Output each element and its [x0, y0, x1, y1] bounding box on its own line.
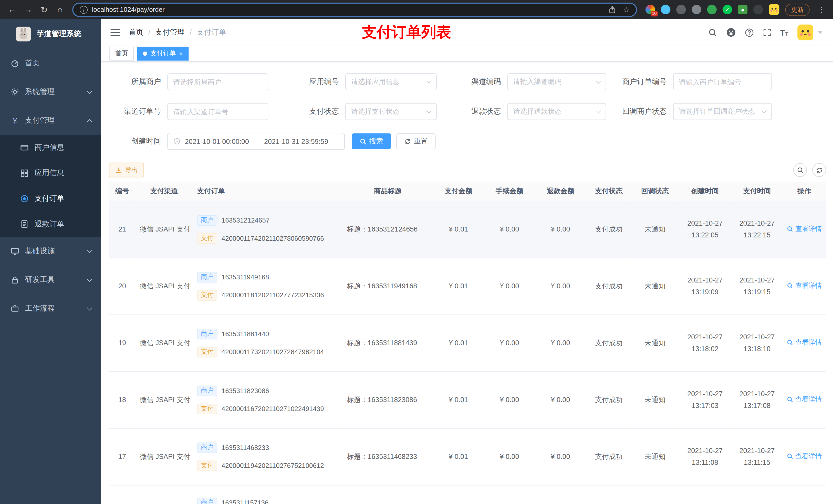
- hamburger-icon[interactable]: [111, 29, 120, 36]
- cell-refund-amount: ¥ 0.00: [535, 258, 586, 314]
- toggle-search-button[interactable]: [793, 163, 807, 177]
- cell-id: 18: [109, 371, 136, 428]
- merchant-input[interactable]: [167, 73, 268, 90]
- sidebar-item-infrastructure[interactable]: 基础设施: [0, 237, 101, 266]
- cell-pay-status: 支付成功: [586, 258, 632, 314]
- col-pay-time: 支付时间: [732, 182, 783, 201]
- sidebar-item-label: 基础设施: [25, 246, 54, 256]
- extension-icon[interactable]: [707, 5, 716, 14]
- merchant-order-no-input[interactable]: [673, 73, 772, 90]
- chevron-down-icon: [596, 78, 601, 83]
- sidebar-item-dev-tools[interactable]: 研发工具: [0, 266, 101, 294]
- sidebar-item-workflow[interactable]: 工作流程: [0, 294, 101, 323]
- cell-pay-amount: ¥ 0.01: [433, 428, 484, 485]
- filter-label: 退款状态: [449, 107, 507, 116]
- sidebar-item-system[interactable]: 系统管理: [0, 78, 101, 106]
- view-detail-link[interactable]: 查看详情: [787, 224, 822, 234]
- sidebar-item-home[interactable]: 首页: [0, 49, 101, 78]
- view-detail-link[interactable]: 查看详情: [787, 395, 822, 404]
- extension-icon[interactable]: 10: [645, 5, 655, 14]
- search-icon: [787, 340, 793, 346]
- reload-icon[interactable]: ↻: [37, 3, 51, 16]
- cell-id: 19: [109, 314, 136, 371]
- share-icon[interactable]: [609, 6, 617, 14]
- cell-pay-time: 2021-10-2713:19:15: [732, 258, 783, 314]
- sidebar-item-label: 首页: [25, 58, 40, 68]
- pay-tag: 支付: [197, 403, 217, 414]
- caret-down-icon[interactable]: [818, 31, 823, 33]
- extension-icon[interactable]: [661, 5, 670, 14]
- tags-view-bar: 首页 支付订单 ×: [101, 46, 833, 62]
- col-notify-status: 回调状态: [632, 182, 679, 201]
- tab-home[interactable]: 首页: [110, 46, 134, 60]
- home-icon[interactable]: ⌂: [53, 3, 67, 16]
- tab-pay-order[interactable]: 支付订单 ×: [137, 46, 189, 60]
- extension-icon[interactable]: ●: [738, 5, 747, 14]
- payment-submenu: 商户信息 应用信息 支付订单 退款订单: [0, 135, 101, 237]
- col-pay-amount: 支付金额: [433, 182, 484, 201]
- search-button[interactable]: 搜索: [352, 134, 391, 149]
- cell-pay-time: 2021-10-2713:22:15: [732, 201, 783, 258]
- briefcase-icon: [10, 304, 19, 313]
- app-logo: [16, 27, 31, 42]
- github-icon[interactable]: [726, 28, 736, 37]
- export-button[interactable]: 导出: [109, 163, 144, 177]
- cell-pay-amount: ¥ 0.01: [433, 201, 484, 258]
- sidebar-item-merchant-info[interactable]: 商户信息: [0, 135, 101, 161]
- breadcrumb-payment[interactable]: 支付管理: [155, 28, 185, 37]
- browser-menu-icon[interactable]: ⋮: [815, 5, 828, 14]
- user-avatar[interactable]: [798, 24, 813, 40]
- refresh-table-button[interactable]: [812, 163, 826, 177]
- extension-icon[interactable]: [753, 5, 763, 14]
- table-row: 17 微信 JSAPI 支付 商户1635311468233 支付4200001…: [109, 428, 826, 485]
- breadcrumb-home[interactable]: 首页: [128, 28, 143, 37]
- sidebar-item-app-info[interactable]: 应用信息: [0, 160, 101, 186]
- sidebar-item-label: 支付管理: [25, 116, 54, 125]
- col-pay-status: 支付状态: [586, 182, 632, 201]
- browser-update-button[interactable]: 更新: [785, 3, 809, 16]
- view-detail-link[interactable]: 查看详情: [787, 452, 822, 461]
- sidebar-item-payment[interactable]: ¥ 支付管理: [0, 106, 101, 135]
- font-size-icon[interactable]: TT: [780, 28, 788, 37]
- back-icon[interactable]: ←: [5, 3, 19, 16]
- cell-channel: 微信 JSAPI 支付: [136, 201, 193, 258]
- cell-actions: 查看详情: [783, 201, 826, 258]
- reset-button[interactable]: 重置: [396, 134, 435, 149]
- channel-order-no-input[interactable]: [167, 103, 268, 120]
- notify-status-select[interactable]: 请选择订单回调商户状态: [673, 103, 772, 120]
- extension-icon[interactable]: [676, 5, 686, 14]
- sidebar-item-label: 应用信息: [34, 168, 64, 178]
- cell-title: 标题：1635312124656: [343, 201, 433, 258]
- cell-notify-status: 未通知: [632, 201, 679, 258]
- sidebar-item-pay-order[interactable]: 支付订单: [0, 186, 101, 212]
- pay-status-select[interactable]: 请选择支付状态: [345, 103, 437, 120]
- search-icon: [787, 283, 793, 289]
- search-icon[interactable]: [708, 28, 717, 37]
- profile-avatar[interactable]: [769, 4, 779, 15]
- forward-icon[interactable]: →: [21, 3, 35, 16]
- view-detail-link[interactable]: 查看详情: [787, 282, 822, 290]
- close-icon[interactable]: ×: [179, 50, 183, 57]
- app-select[interactable]: 请选择应用信息: [345, 73, 437, 90]
- site-info-icon[interactable]: i: [80, 6, 88, 14]
- col-refund-amount: 退款金额: [535, 182, 586, 201]
- cell-fee-amount: ¥ 0.00: [484, 314, 535, 371]
- help-icon[interactable]: [745, 28, 754, 37]
- channel-code-select[interactable]: 请输入渠道编码: [507, 73, 606, 90]
- view-detail-link[interactable]: 查看详情: [787, 338, 822, 347]
- date-end: 2021-10-31 23:59:59: [264, 137, 328, 145]
- select-placeholder: 请选择订单回调商户状态: [679, 107, 755, 116]
- cell-order: 商户1635311823086 支付4200001167202110271022…: [193, 371, 343, 428]
- extension-icon[interactable]: [692, 5, 701, 14]
- search-icon: [787, 453, 793, 460]
- extension-icon[interactable]: ✓: [722, 5, 732, 14]
- col-id: 编号: [109, 182, 136, 201]
- browser-chrome: ← → ↻ ⌂ i localhost:1024/pay/order ☆ 10 …: [0, 0, 833, 19]
- fullscreen-icon[interactable]: [763, 28, 771, 37]
- create-time-range-picker[interactable]: 2021-10-01 00:00:00 - 2021-10-31 23:59:5…: [167, 133, 345, 150]
- cell-create-time: 2021-10-2713:18:02: [678, 314, 731, 371]
- url-bar[interactable]: i localhost:1024/pay/order ☆: [72, 2, 637, 17]
- bookmark-star-icon[interactable]: ☆: [623, 5, 629, 14]
- refund-status-select[interactable]: 请选择退款状态: [507, 103, 606, 120]
- sidebar-item-refund-order[interactable]: 退款订单: [0, 211, 101, 237]
